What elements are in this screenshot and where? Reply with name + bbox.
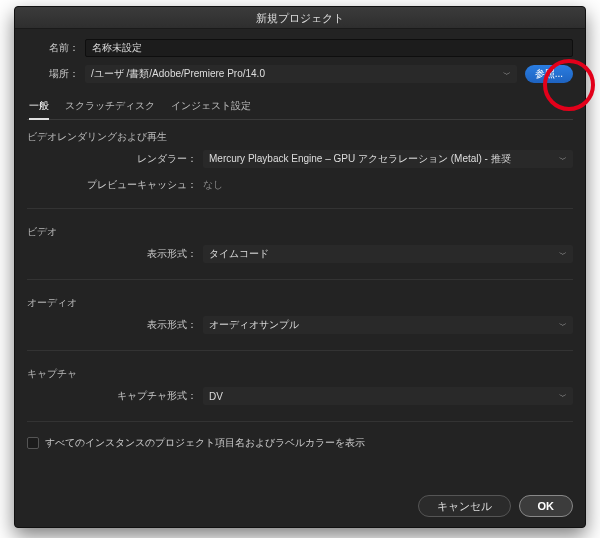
section-capture: キャプチャ	[27, 367, 573, 381]
section-video: ビデオ	[27, 225, 573, 239]
location-value: /ユーザ /書類/Adobe/Premiere Pro/14.0	[91, 67, 265, 81]
new-project-dialog: 新規プロジェクト 名前： 場所： /ユーザ /書類/Adobe/Premiere…	[14, 6, 586, 528]
video-display-label: 表示形式：	[27, 247, 197, 261]
dialog-content: 名前： 場所： /ユーザ /書類/Adobe/Premiere Pro/14.0…	[15, 29, 585, 485]
capture-format-dropdown[interactable]: DV ﹀	[203, 387, 573, 405]
preview-cache-value: なし	[203, 178, 223, 192]
capture-format-value: DV	[209, 391, 223, 402]
browse-button[interactable]: 参照...	[525, 65, 573, 83]
dialog-footer: キャンセル OK	[15, 485, 585, 527]
chevron-down-icon: ﹀	[559, 391, 567, 402]
name-label: 名前：	[27, 41, 79, 55]
tab-general[interactable]: 一般	[29, 95, 49, 119]
chevron-down-icon: ﹀	[559, 154, 567, 165]
audio-display-dropdown[interactable]: オーディオサンプル ﹀	[203, 316, 573, 334]
show-all-instances-row[interactable]: すべてのインスタンスのプロジェクト項目名およびラベルカラーを表示	[27, 436, 573, 450]
preview-cache-label: プレビューキャッシュ：	[27, 178, 197, 192]
capture-format-row: キャプチャ形式： DV ﹀	[27, 387, 573, 405]
tab-ingest-settings[interactable]: インジェスト設定	[171, 95, 251, 119]
location-label: 場所：	[27, 67, 79, 81]
divider	[27, 350, 573, 351]
window-title: 新規プロジェクト	[256, 12, 344, 24]
location-dropdown[interactable]: /ユーザ /書類/Adobe/Premiere Pro/14.0 ﹀	[85, 65, 517, 83]
video-display-dropdown[interactable]: タイムコード ﹀	[203, 245, 573, 263]
audio-display-row: 表示形式： オーディオサンプル ﹀	[27, 316, 573, 334]
renderer-value: Mercury Playback Engine – GPU アクセラレーション …	[209, 152, 511, 166]
window-titlebar: 新規プロジェクト	[15, 7, 585, 29]
location-row: 場所： /ユーザ /書類/Adobe/Premiere Pro/14.0 ﹀ 参…	[27, 65, 573, 83]
renderer-label: レンダラー：	[27, 152, 197, 166]
capture-format-label: キャプチャ形式：	[27, 389, 197, 403]
video-display-row: 表示形式： タイムコード ﹀	[27, 245, 573, 263]
renderer-row: レンダラー： Mercury Playback Engine – GPU アクセ…	[27, 150, 573, 168]
show-all-instances-checkbox[interactable]	[27, 437, 39, 449]
section-audio: オーディオ	[27, 296, 573, 310]
tabs: 一般 スクラッチディスク インジェスト設定	[27, 95, 573, 120]
divider	[27, 208, 573, 209]
audio-display-value: オーディオサンプル	[209, 318, 299, 332]
divider	[27, 421, 573, 422]
audio-display-label: 表示形式：	[27, 318, 197, 332]
divider	[27, 279, 573, 280]
section-video-rendering: ビデオレンダリングおよび再生	[27, 130, 573, 144]
name-input[interactable]	[85, 39, 573, 57]
chevron-down-icon: ﹀	[503, 69, 511, 80]
show-all-instances-label: すべてのインスタンスのプロジェクト項目名およびラベルカラーを表示	[45, 436, 365, 450]
name-row: 名前：	[27, 39, 573, 57]
chevron-down-icon: ﹀	[559, 320, 567, 331]
cancel-button[interactable]: キャンセル	[418, 495, 511, 517]
chevron-down-icon: ﹀	[559, 249, 567, 260]
tab-scratch-disks[interactable]: スクラッチディスク	[65, 95, 155, 119]
renderer-dropdown[interactable]: Mercury Playback Engine – GPU アクセラレーション …	[203, 150, 573, 168]
ok-button[interactable]: OK	[519, 495, 574, 517]
preview-cache-row: プレビューキャッシュ： なし	[27, 178, 573, 192]
video-display-value: タイムコード	[209, 247, 269, 261]
